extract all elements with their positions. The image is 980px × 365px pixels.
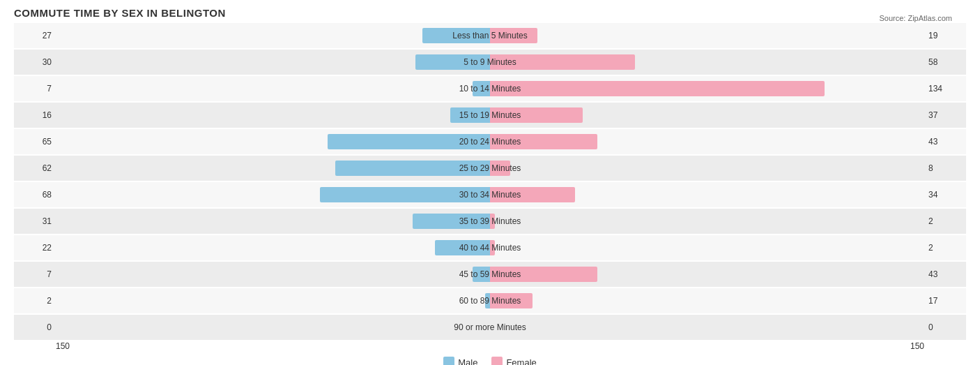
blue-bar-wrap [422, 28, 490, 43]
bar-container: Less than 5 Minutes [56, 23, 924, 48]
legend: Male Female [14, 357, 966, 365]
male-value: 30 [14, 57, 56, 67]
female-bar [490, 54, 635, 70]
rows-container: 27 Less than 5 Minutes 19 30 5 to 9 Minu… [14, 23, 966, 340]
blue-bar-wrap [473, 267, 490, 282]
male-bar [335, 161, 490, 176]
female-bar [490, 240, 495, 255]
axis-right: 150 [910, 341, 924, 351]
pink-bar-wrap [490, 214, 495, 229]
female-value: 2 [924, 216, 966, 226]
pink-bar-wrap [490, 267, 597, 282]
blue-bar-wrap [485, 293, 490, 308]
source-label: Source: ZipAtlas.com [879, 14, 952, 22]
legend-female-label: Female [506, 357, 536, 366]
male-value: 65 [14, 137, 56, 147]
male-value: 16 [14, 110, 56, 120]
table-row: 7 10 to 14 Minutes 134 [14, 76, 966, 101]
bar-container: 20 to 24 Minutes [56, 129, 924, 154]
female-bar [490, 293, 533, 308]
pink-bar-wrap [490, 293, 533, 308]
pink-bar-wrap [490, 187, 575, 202]
female-value: 19 [924, 31, 966, 40]
pink-bar-wrap [490, 28, 537, 43]
female-bar [490, 134, 597, 149]
bar-container: 45 to 59 Minutes [56, 262, 924, 287]
table-row: 2 60 to 89 Minutes 17 [14, 288, 966, 313]
row-label: 90 or more Minutes [454, 322, 526, 332]
female-bar [490, 81, 825, 96]
axis-labels: 150 150 [14, 341, 966, 351]
table-row: 68 30 to 34 Minutes 34 [14, 182, 966, 207]
female-bar [490, 28, 537, 43]
male-value: 62 [14, 163, 56, 173]
male-value: 7 [14, 269, 56, 279]
female-bar [490, 214, 495, 229]
table-row: 22 40 to 44 Minutes 2 [14, 235, 966, 260]
female-bar [490, 187, 575, 202]
table-row: 31 35 to 39 Minutes 2 [14, 209, 966, 234]
bar-container: 10 to 14 Minutes [56, 76, 924, 101]
female-value: 8 [924, 163, 966, 173]
female-value: 43 [924, 269, 966, 279]
table-row: 30 5 to 9 Minutes 58 [14, 50, 966, 75]
table-row: 16 15 to 19 Minutes 37 [14, 103, 966, 128]
female-value: 34 [924, 190, 966, 200]
female-value: 0 [924, 322, 966, 332]
male-bar [320, 187, 490, 202]
bar-container: 60 to 89 Minutes [56, 288, 924, 313]
bar-container: 5 to 9 Minutes [56, 50, 924, 75]
legend-male: Male [443, 357, 477, 365]
male-value: 22 [14, 243, 56, 253]
blue-bar-wrap [435, 240, 490, 255]
table-row: 27 Less than 5 Minutes 19 [14, 23, 966, 48]
female-value: 134 [924, 84, 966, 94]
bar-container: 40 to 44 Minutes [56, 235, 924, 260]
blue-bar-wrap [335, 161, 490, 176]
male-bar [435, 240, 490, 255]
female-value: 43 [924, 137, 966, 147]
female-value: 58 [924, 57, 966, 67]
male-value: 27 [14, 31, 56, 40]
male-bar [415, 54, 490, 70]
male-bar [422, 28, 490, 43]
bar-container: 30 to 34 Minutes [56, 182, 924, 207]
female-bar [490, 161, 510, 176]
bar-container: 25 to 29 Minutes [56, 156, 924, 181]
male-bar [450, 107, 490, 123]
female-value: 2 [924, 243, 966, 253]
bar-container: 35 to 39 Minutes [56, 209, 924, 234]
female-bar [490, 107, 583, 123]
female-value: 17 [924, 296, 966, 306]
male-bar [413, 214, 490, 229]
table-row: 65 20 to 24 Minutes 43 [14, 129, 966, 154]
male-bar [473, 81, 490, 96]
male-bar [473, 267, 490, 282]
legend-female-box [491, 357, 503, 365]
female-value: 37 [924, 110, 966, 120]
male-value: 68 [14, 190, 56, 200]
chart-title: COMMUTE TIME BY SEX IN BELINGTON [14, 7, 966, 19]
blue-bar-wrap [320, 187, 490, 202]
pink-bar-wrap [490, 54, 635, 70]
legend-male-label: Male [458, 357, 477, 366]
male-value: 31 [14, 216, 56, 226]
blue-bar-wrap [413, 214, 490, 229]
legend-female: Female [491, 357, 536, 365]
male-value: 0 [14, 322, 56, 332]
pink-bar-wrap [490, 134, 597, 149]
table-row: 62 25 to 29 Minutes 8 [14, 156, 966, 181]
legend-male-box [443, 357, 454, 365]
table-row: 7 45 to 59 Minutes 43 [14, 262, 966, 287]
blue-bar-wrap [473, 81, 490, 96]
male-bar [485, 293, 490, 308]
pink-bar-wrap [490, 81, 825, 96]
chart-area: 27 Less than 5 Minutes 19 30 5 to 9 Minu… [14, 23, 966, 365]
bar-container: 15 to 19 Minutes [56, 103, 924, 128]
male-value: 2 [14, 296, 56, 306]
pink-bar-wrap [490, 161, 510, 176]
table-row: 0 90 or more Minutes 0 [14, 315, 966, 340]
axis-left: 150 [56, 341, 70, 351]
blue-bar-wrap [415, 54, 490, 70]
female-bar [490, 267, 597, 282]
